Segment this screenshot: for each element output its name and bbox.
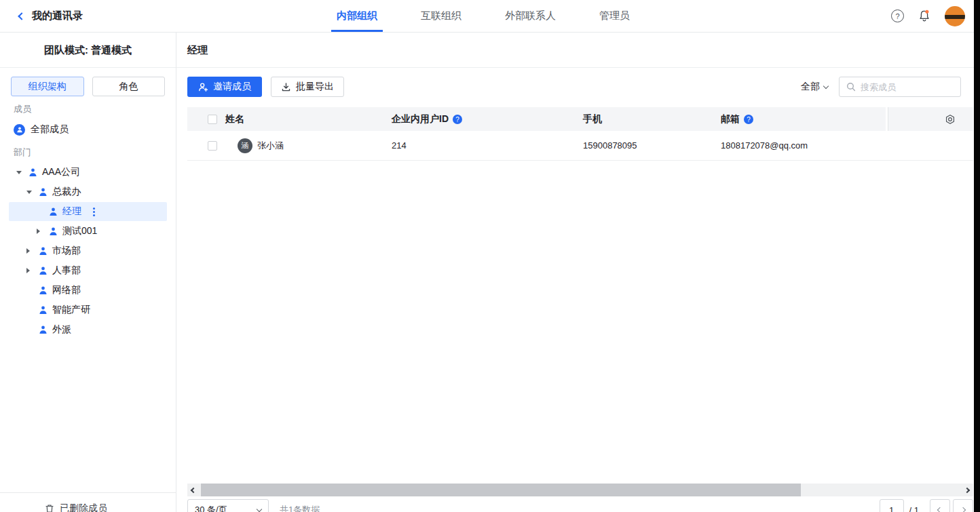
tree-item-ceo-office[interactable]: 总裁办 [9,182,167,201]
team-mode-label: 团队模式: 普通模式 [0,33,176,68]
chevron-down-icon [823,83,829,88]
tree-item-label: 总裁办 [52,186,81,198]
help-icon[interactable]: ? [453,115,462,124]
main-content: 经理 邀请成员 批量导出 全部 [176,33,980,512]
chevron-left-icon [937,507,943,512]
add-person-icon [198,82,208,92]
row-checkbox-cell [187,141,225,151]
tree-item-label: AAA公司 [42,166,80,178]
tree-item-test001[interactable]: 测试001 [9,222,167,241]
tab-admins[interactable]: 管理员 [594,0,635,32]
topbar-actions: ? [891,0,965,32]
tree-item-label: 人事部 [52,264,81,277]
scrollbar-thumb[interactable] [201,484,801,496]
dept-section-label: 部门 [14,146,176,157]
table-row[interactable]: 涵 张小涵 214 15900878095 1808172078@qq.com [187,131,973,161]
page-header-title: 我的通讯录 [32,9,83,22]
prev-page-button[interactable] [930,499,950,512]
column-header-user-id: 企业内用户ID? [392,113,583,125]
tree-item-label: 测试001 [62,225,97,237]
member-avatar: 涵 [238,138,252,153]
scroll-right-button[interactable] [961,484,973,496]
deleted-members-label: 已删除成员 [60,503,107,512]
column-header-name: 姓名 [225,113,392,125]
page-size-select[interactable]: 30 条/页 [187,499,269,512]
tab-connected-org[interactable]: 互联组织 [415,0,467,32]
tree-collapse-icon[interactable] [26,191,39,194]
tree-item-smart-rd[interactable]: 智能产研 [9,300,167,319]
column-label: 姓名 [225,113,244,125]
department-icon [39,267,48,275]
department-icon [39,188,48,197]
select-all-checkbox[interactable] [208,115,217,124]
tab-label: 互联组织 [421,9,461,22]
tree-item-more-icon[interactable] [93,211,95,213]
row-phone-cell: 15900878095 [583,140,721,151]
user-avatar[interactable] [945,6,965,26]
department-icon [29,168,37,177]
invite-member-label: 邀请成员 [213,81,251,93]
department-icon [39,286,48,295]
chevron-right-icon [964,487,970,492]
tab-external-contacts[interactable]: 外部联系人 [500,0,561,32]
tree-collapse-icon[interactable] [16,171,29,174]
tree-item-manager[interactable]: 经理 [9,202,167,221]
search-icon [846,82,856,92]
tab-internal-org[interactable]: 内部组织 [331,0,383,32]
tree-item-outsourced[interactable]: 外派 [9,320,167,339]
department-icon [49,208,58,216]
next-page-button[interactable] [953,499,973,512]
back-chevron-icon [18,12,25,20]
column-header-phone: 手机 [583,113,721,125]
batch-export-button[interactable]: 批量导出 [271,77,344,97]
notification-bell-icon[interactable] [918,9,930,22]
tree-item-hr[interactable]: 人事部 [9,261,167,280]
chevron-down-icon [257,506,262,511]
tree-expand-icon[interactable] [26,248,39,254]
column-settings-cell [886,107,973,131]
deleted-members-link[interactable]: 已删除成员 [45,503,176,512]
roles-button[interactable]: 角色 [92,77,166,96]
tree-expand-icon[interactable] [37,229,49,234]
tree-item-label: 网络部 [52,284,81,296]
current-page-input[interactable]: 1 [880,499,904,512]
department-icon [39,326,48,334]
column-label: 邮箱 [721,113,740,124]
org-structure-button[interactable]: 组织架构 [11,77,84,96]
department-icon [39,306,48,315]
column-header-email: 邮箱? [721,113,886,125]
column-settings-gear-icon[interactable] [945,114,956,125]
tree-expand-icon[interactable] [26,268,39,273]
tree-item-label: 智能产研 [52,304,90,316]
row-checkbox[interactable] [208,141,217,151]
horizontal-scrollbar[interactable] [187,484,973,496]
notification-dot [925,10,928,14]
pagination-bar: 30 条/页 共1条数据 1 / 1 [187,499,973,512]
tab-label: 管理员 [599,9,630,22]
tree-item-aaa-company[interactable]: AAA公司 [9,163,167,182]
tree-item-network[interactable]: 网络部 [9,281,167,300]
help-icon[interactable]: ? [891,9,904,22]
topbar: 我的通讯录 内部组织 互联组织 外部联系人 管理员 ? [0,0,980,33]
back-button[interactable]: 我的通讯录 [19,0,83,32]
department-icon [49,227,58,236]
sidebar-footer: 已删除成员 [0,492,176,512]
scroll-left-button[interactable] [187,484,200,496]
download-icon [281,82,291,92]
row-settings-cell [886,131,973,160]
row-email-cell: 1808172078@qq.com [721,140,886,151]
members-section-label: 成员 [14,103,176,113]
toolbar: 邀请成员 批量导出 全部 [187,77,961,97]
filter-dropdown[interactable]: 全部 [801,81,828,93]
search-input[interactable] [861,82,954,92]
sidebar: 团队模式: 普通模式 组织架构 角色 成员 全部成员 部门 AAA公司 总裁办 [0,33,176,512]
table-header-row: 姓名 企业内用户ID? 手机 邮箱? [187,107,973,131]
tree-item-marketing[interactable]: 市场部 [9,241,167,260]
invite-member-button[interactable]: 邀请成员 [187,77,262,97]
help-icon[interactable]: ? [744,115,753,124]
batch-export-label: 批量导出 [296,81,334,93]
chevron-left-icon [191,487,196,492]
tree-item-label: 市场部 [52,245,81,257]
all-members-label: 全部成员 [31,123,69,136]
sidebar-item-all-members[interactable]: 全部成员 [0,119,176,140]
